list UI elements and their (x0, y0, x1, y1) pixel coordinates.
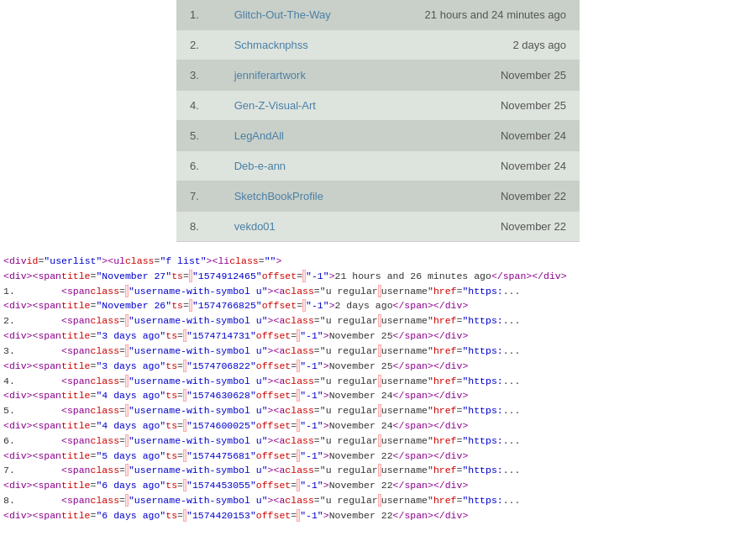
username-link[interactable]: jenniferartwork (234, 69, 306, 81)
username-link[interactable]: Schmacknphss (234, 39, 308, 51)
code-line: 1. <span class="username-with-symbol u">… (3, 284, 756, 299)
username-link[interactable]: Gen-Z-Visual-Art (234, 99, 316, 112)
timestamp-cell: November 22 (373, 181, 580, 212)
table-row: 5.LegAndAllNovember 24 (176, 121, 580, 151)
code-line: 2. <span class="username-with-symbol u">… (3, 313, 756, 328)
username-link[interactable]: LegAndAll (234, 129, 284, 142)
rank-cell: 5. (176, 121, 221, 151)
code-line: 5. <span class="username-with-symbol u">… (3, 403, 756, 418)
username-cell[interactable]: Deb-e-ann (221, 151, 373, 181)
rank-cell: 8. (176, 212, 221, 242)
code-line: 8. <span class="username-with-symbol u">… (3, 493, 756, 508)
username-cell[interactable]: jenniferartwork (221, 60, 373, 91)
code-section: <div id="userlist"><ul class="f list"><l… (0, 249, 756, 523)
code-line: <div id="userlist"><ul class="f list"><l… (3, 254, 756, 269)
username-cell[interactable]: Glitch-Out-The-Way (221, 0, 373, 30)
timestamp-cell: 21 hours and 24 minutes ago (373, 0, 580, 30)
table-row: 4.Gen-Z-Visual-ArtNovember 25 (176, 91, 580, 121)
code-line: <div><span title="November 26" ts="15747… (3, 298, 756, 313)
code-line: <div><span title="4 days ago" ts="157463… (3, 388, 756, 403)
timestamp-cell: 2 days ago (373, 30, 580, 60)
code-line: 7. <span class="username-with-symbol u">… (3, 463, 756, 478)
code-line: <div><span title="5 days ago" ts="157447… (3, 449, 756, 464)
timestamp-cell: November 25 (373, 60, 580, 91)
username-cell[interactable]: Gen-Z-Visual-Art (221, 91, 373, 121)
timestamp-cell: November 24 (373, 121, 580, 151)
table-row: 7.SketchBookProfileNovember 22 (176, 181, 580, 212)
username-cell[interactable]: vekdo01 (221, 212, 373, 242)
table-row: 3.jenniferartworkNovember 25 (176, 60, 580, 91)
timestamp-cell: November 24 (373, 151, 580, 181)
code-line: 4. <span class="username-with-symbol u">… (3, 374, 756, 389)
timestamp-cell: November 22 (373, 212, 580, 242)
rank-cell: 3. (176, 60, 221, 91)
timestamp-cell: November 25 (373, 91, 580, 121)
username-link[interactable]: vekdo01 (234, 220, 276, 233)
username-link[interactable]: Glitch-Out-The-Way (234, 8, 331, 21)
code-line: <div><span title="6 days ago" ts="157442… (3, 508, 756, 523)
rank-cell: 4. (176, 91, 221, 121)
rank-cell: 7. (176, 181, 221, 212)
code-line: 6. <span class="username-with-symbol u">… (3, 434, 756, 449)
username-link[interactable]: Deb-e-ann (234, 160, 286, 172)
rank-cell: 1. (176, 0, 221, 30)
code-line: <div><span title="3 days ago" ts="157471… (3, 328, 756, 344)
code-line: <div><span title="3 days ago" ts="157470… (3, 359, 756, 374)
username-cell[interactable]: SketchBookProfile (221, 181, 373, 212)
rank-cell: 2. (176, 30, 221, 60)
user-list-table: 1.Glitch-Out-The-Way21 hours and 24 minu… (176, 0, 580, 242)
username-link[interactable]: SketchBookProfile (234, 190, 323, 202)
username-cell[interactable]: LegAndAll (221, 121, 373, 151)
username-cell[interactable]: Schmacknphss (221, 30, 373, 60)
table-row: 2.Schmacknphss2 days ago (176, 30, 580, 60)
table-row: 6.Deb-e-annNovember 24 (176, 151, 580, 181)
code-line: <div><span title="6 days ago" ts="157445… (3, 478, 756, 493)
code-line: 3. <span class="username-with-symbol u">… (3, 344, 756, 359)
rank-cell: 6. (176, 151, 221, 181)
code-line: <div><span title="November 27" ts="15749… (3, 269, 756, 284)
table-row: 8.vekdo01November 22 (176, 212, 580, 242)
code-line: <div><span title="4 days ago" ts="157460… (3, 418, 756, 434)
table-row: 1.Glitch-Out-The-Way21 hours and 24 minu… (176, 0, 580, 30)
